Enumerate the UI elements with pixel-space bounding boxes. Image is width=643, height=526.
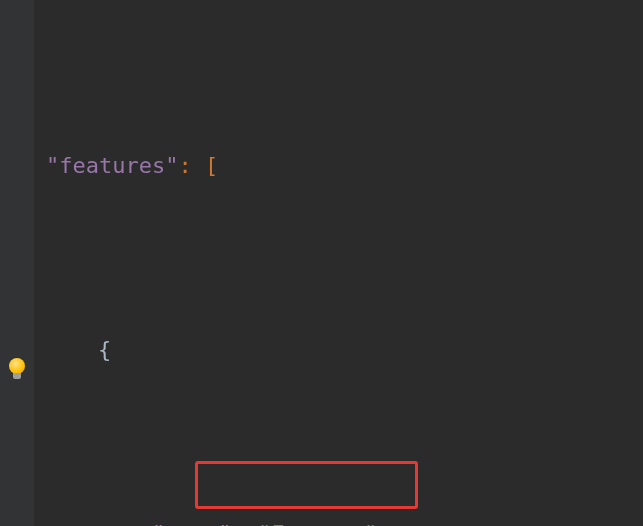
code-editor[interactable]: "features": [ { "type": "Feature", "prop…: [0, 0, 643, 526]
json-key: "type": [152, 521, 231, 526]
json-key: "features": [46, 153, 178, 178]
code-line[interactable]: "type": "Feature",: [34, 508, 643, 526]
code-line[interactable]: {: [34, 324, 643, 376]
code-line[interactable]: "features": [: [34, 140, 643, 192]
brace-open: {: [98, 337, 111, 362]
code-content[interactable]: "features": [ { "type": "Feature", "prop…: [34, 0, 643, 526]
comma: ,: [377, 521, 390, 526]
colon: :: [231, 521, 258, 526]
lightbulb-icon[interactable]: [6, 358, 28, 380]
punctuation: : [: [178, 153, 218, 178]
editor-gutter: [0, 0, 34, 526]
json-string: "Feature": [258, 521, 377, 526]
